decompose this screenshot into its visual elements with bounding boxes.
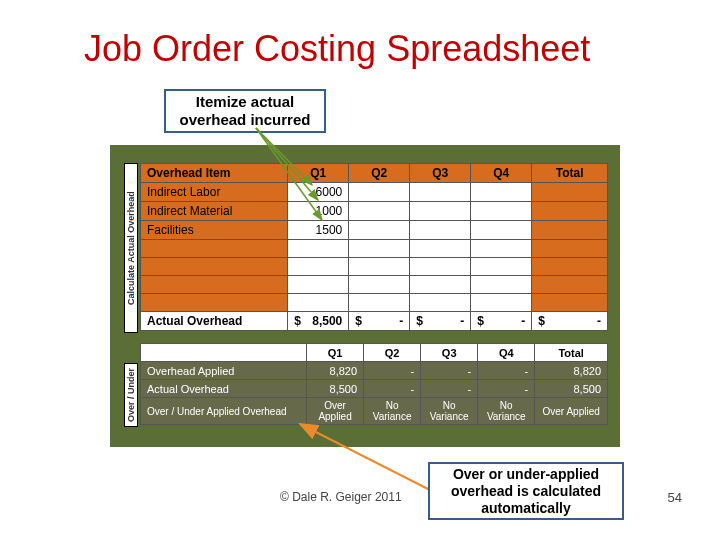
spreadsheet-panel: Calculate Actual Overhead Over / Under O… bbox=[110, 145, 620, 447]
table-row bbox=[141, 276, 608, 294]
slide-title: Job Order Costing Spreadsheet bbox=[84, 28, 590, 70]
th2-q1: Q1 bbox=[307, 344, 364, 362]
th-q2: Q2 bbox=[349, 164, 410, 183]
th-total: Total bbox=[532, 164, 608, 183]
table-row: Facilities 1500 bbox=[141, 221, 608, 240]
table-row bbox=[141, 258, 608, 276]
callout-over-under: Over or under-applied overhead is calcul… bbox=[428, 462, 624, 520]
th-q1: Q1 bbox=[288, 164, 349, 183]
th-q3: Q3 bbox=[410, 164, 471, 183]
overhead-items-table: Overhead Item Q1 Q2 Q3 Q4 Total Indirect… bbox=[140, 163, 608, 331]
table-row: Indirect Material 1000 bbox=[141, 202, 608, 221]
table-row bbox=[141, 294, 608, 312]
over-under-footer: Over / Under Applied Overhead Over Appli… bbox=[141, 398, 608, 425]
table-row: Indirect Labor 6000 bbox=[141, 183, 608, 202]
copyright-text: © Dale R. Geiger 2011 bbox=[280, 490, 402, 504]
callout-itemize: Itemize actual overhead incurred bbox=[164, 89, 326, 133]
th2-total: Total bbox=[535, 344, 608, 362]
th-item: Overhead Item bbox=[141, 164, 288, 183]
th2-q2: Q2 bbox=[364, 344, 421, 362]
vlabel-over-under: Over / Under bbox=[124, 363, 138, 427]
table-row: Overhead Applied 8,820 - - - 8,820 bbox=[141, 362, 608, 380]
table-row: Actual Overhead 8,500 - - - 8,500 bbox=[141, 380, 608, 398]
th2-q3: Q3 bbox=[421, 344, 478, 362]
vlabel-actual-overhead: Calculate Actual Overhead bbox=[124, 163, 138, 333]
th2-q4: Q4 bbox=[478, 344, 535, 362]
actual-overhead-row: Actual Overhead $8,500 $- $- $- $- bbox=[141, 312, 608, 331]
over-under-table: Q1 Q2 Q3 Q4 Total Overhead Applied 8,820… bbox=[140, 343, 608, 425]
table-row bbox=[141, 240, 608, 258]
th-q4: Q4 bbox=[471, 164, 532, 183]
page-number: 54 bbox=[668, 490, 682, 505]
